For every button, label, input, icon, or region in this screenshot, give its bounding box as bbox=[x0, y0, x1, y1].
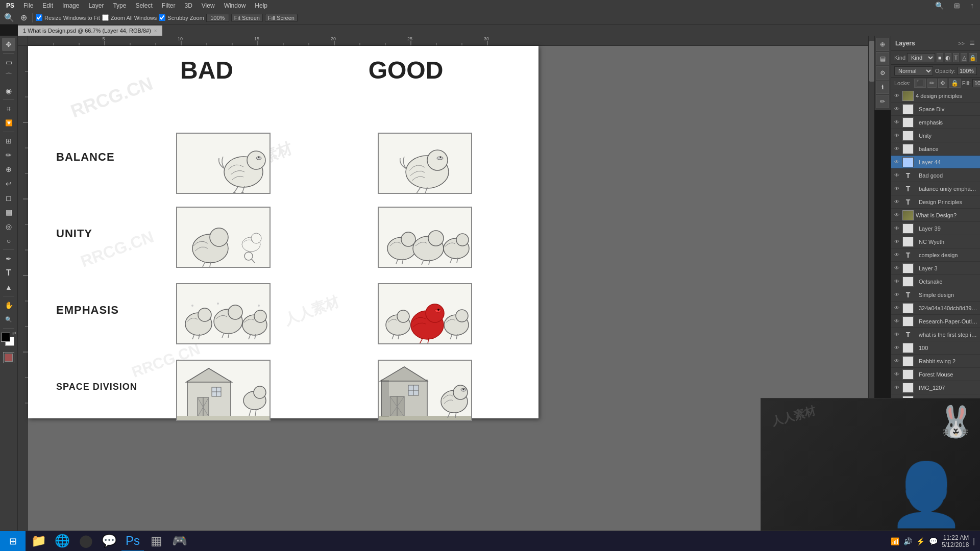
menu-file[interactable]: File bbox=[19, 1, 37, 10]
layer-item[interactable]: 👁TBad good bbox=[891, 169, 980, 182]
zoom-all-checkbox[interactable] bbox=[102, 14, 109, 21]
taskbar-battery-icon[interactable]: ⚡ bbox=[916, 537, 925, 545]
menu-window[interactable]: Window bbox=[220, 1, 250, 10]
quick-select-tool[interactable]: ◉ bbox=[2, 84, 15, 97]
layer-visibility-toggle[interactable]: 👁 bbox=[893, 225, 900, 232]
tab-close-btn[interactable]: × bbox=[154, 28, 157, 34]
shape-tool[interactable]: ▲ bbox=[2, 281, 15, 294]
dodge-tool[interactable]: ○ bbox=[2, 234, 15, 247]
menu-help[interactable]: Help bbox=[251, 1, 272, 10]
zoom-tool[interactable]: 🔍 bbox=[2, 313, 15, 326]
filter-lock-btn[interactable]: 🔒 bbox=[969, 53, 977, 62]
layer-item[interactable]: 👁Space Div bbox=[891, 103, 980, 116]
layer-visibility-toggle[interactable]: 👁 bbox=[893, 318, 900, 325]
stamp-tool[interactable]: ⊕ bbox=[2, 163, 15, 176]
layer-visibility-toggle[interactable]: 👁 bbox=[893, 358, 900, 365]
zoom-in-btn[interactable]: ⊕ bbox=[18, 13, 29, 22]
layer-item[interactable]: 👁Layer 3 bbox=[891, 262, 980, 275]
taskbar-browser[interactable]: 🌐 bbox=[51, 531, 74, 552]
hand-tool[interactable]: ✋ bbox=[2, 298, 15, 312]
layer-visibility-toggle[interactable]: 👁 bbox=[893, 212, 900, 219]
layers-panel-btn[interactable]: ▤ bbox=[876, 52, 889, 65]
layer-item[interactable]: 👁What is Design? bbox=[891, 209, 980, 222]
search-icon[interactable]: 🔍 bbox=[931, 1, 948, 11]
menu-view[interactable]: View bbox=[198, 1, 219, 10]
layer-item[interactable]: 👁TSimple design bbox=[891, 288, 980, 302]
filter-pixel-btn[interactable]: ■ bbox=[937, 53, 943, 62]
scrubby-zoom-checkbox[interactable] bbox=[159, 14, 165, 21]
layer-visibility-toggle[interactable]: 👁 bbox=[893, 185, 900, 192]
fill-input[interactable] bbox=[972, 79, 980, 87]
taskbar-photoshop[interactable]: Ps bbox=[121, 531, 144, 552]
rect-select-tool[interactable]: ▭ bbox=[2, 56, 15, 69]
gradient-tool[interactable]: ▤ bbox=[2, 206, 15, 219]
menu-filter[interactable]: Filter bbox=[158, 1, 180, 10]
taskbar-clock[interactable]: 11:22 AM 5/12/2018 bbox=[942, 534, 969, 548]
layer-item[interactable]: 👁324a04a140dcb8d392... bbox=[891, 302, 980, 315]
opacity-input[interactable] bbox=[958, 67, 977, 75]
kind-select[interactable]: Kind Name Effect Mode bbox=[907, 53, 935, 62]
layer-visibility-toggle[interactable]: 👁 bbox=[893, 291, 900, 298]
taskbar-network-icon[interactable]: 📶 bbox=[891, 537, 899, 545]
menu-layer[interactable]: Layer bbox=[84, 1, 108, 10]
layer-visibility-toggle[interactable]: 👁 bbox=[893, 106, 900, 113]
layer-visibility-toggle[interactable]: 👁 bbox=[893, 344, 900, 352]
fit-screen-btn[interactable]: Fit Screen bbox=[231, 14, 263, 22]
layer-visibility-toggle[interactable]: 👁 bbox=[893, 238, 900, 245]
layer-visibility-toggle[interactable]: 👁 bbox=[893, 305, 900, 312]
lock-transparent-btn[interactable]: ⬛ bbox=[914, 79, 926, 88]
settings-panel-btn[interactable]: ⚙ bbox=[876, 66, 889, 80]
layer-item[interactable]: 👁balance bbox=[891, 142, 980, 156]
layer-visibility-toggle[interactable]: 👁 bbox=[893, 278, 900, 285]
layer-visibility-toggle[interactable]: 👁 bbox=[893, 145, 900, 153]
layer-item[interactable]: 👁Research-Paper-Outline-... bbox=[891, 315, 980, 328]
layer-item[interactable]: 👁Octsnake bbox=[891, 275, 980, 288]
brush-tool[interactable]: ✏ bbox=[2, 148, 15, 162]
healing-tool[interactable]: ⊞ bbox=[2, 134, 15, 147]
taskbar-app1[interactable]: ▦ bbox=[145, 531, 167, 552]
lock-image-btn[interactable]: ✏ bbox=[927, 79, 937, 88]
layer-item[interactable]: 👁Unity bbox=[891, 129, 980, 142]
menu-3d[interactable]: 3D bbox=[180, 1, 196, 10]
layer-visibility-toggle[interactable]: 👁 bbox=[893, 198, 900, 206]
text-tool[interactable]: T bbox=[2, 266, 15, 280]
layer-item[interactable]: 👁Tcomplex design bbox=[891, 248, 980, 262]
workspace-icon[interactable]: ⊞ bbox=[950, 1, 964, 11]
lock-position-btn[interactable]: ✥ bbox=[938, 79, 947, 88]
filter-adj-btn[interactable]: ◐ bbox=[945, 53, 951, 62]
layer-item[interactable]: 👁4 design principles bbox=[891, 89, 980, 103]
blend-mode-select[interactable]: Normal Multiply Screen Overlay bbox=[894, 66, 933, 76]
layers-expand-btn[interactable]: >> bbox=[957, 39, 966, 47]
eraser-tool[interactable]: ◻ bbox=[2, 191, 15, 205]
swap-colors-btn[interactable]: ⇄ bbox=[12, 331, 16, 336]
blur-tool[interactable]: ◎ bbox=[2, 220, 15, 233]
taskbar-chrome[interactable]: ⬤ bbox=[75, 531, 97, 552]
zoom-percent-input[interactable]: 100% bbox=[206, 14, 229, 22]
start-button[interactable]: ⊞ bbox=[0, 531, 26, 552]
layer-item[interactable]: 👁Rabbit swing 2 bbox=[891, 355, 980, 368]
layer-visibility-toggle[interactable]: 👁 bbox=[893, 331, 900, 338]
layer-item[interactable]: 👁Layer 39 bbox=[891, 222, 980, 235]
layer-visibility-toggle[interactable]: 👁 bbox=[893, 384, 900, 391]
quick-mask-btn[interactable] bbox=[3, 352, 14, 363]
crop-tool[interactable]: ⌗ bbox=[2, 102, 15, 115]
filter-shape-btn[interactable]: △ bbox=[961, 53, 967, 62]
layer-visibility-toggle[interactable]: 👁 bbox=[893, 252, 900, 259]
zoom-out-btn[interactable]: 🔍 bbox=[2, 13, 16, 22]
lock-all-btn[interactable]: 🔒 bbox=[949, 79, 961, 88]
layer-item[interactable]: 👁NC Wyeth bbox=[891, 235, 980, 248]
taskbar-explorer[interactable]: 📁 bbox=[28, 531, 50, 552]
layer-item[interactable]: 👁Layer 44 bbox=[891, 156, 980, 169]
layer-item[interactable]: 👁Forest Mouse bbox=[891, 368, 980, 381]
menu-edit[interactable]: Edit bbox=[38, 1, 57, 10]
show-desktop-btn[interactable]: | bbox=[973, 537, 975, 545]
layer-item[interactable]: 👁TDesign Principles bbox=[891, 195, 980, 209]
layer-visibility-toggle[interactable]: 👁 bbox=[893, 172, 900, 179]
layer-item[interactable]: 👁IMG_1207 bbox=[891, 381, 980, 394]
taskbar-skype[interactable]: 💬 bbox=[98, 531, 120, 552]
adjust-panel-btn[interactable]: ⊕ bbox=[876, 38, 889, 51]
layer-visibility-toggle[interactable]: 👁 bbox=[893, 371, 900, 378]
layer-item[interactable]: 👁emphasis bbox=[891, 116, 980, 129]
document-tab[interactable]: 1 What is Design.psd @ 66.7% (Layer 44, … bbox=[18, 26, 163, 36]
layer-item[interactable]: 👁Twhat is the first step in ... bbox=[891, 328, 980, 341]
